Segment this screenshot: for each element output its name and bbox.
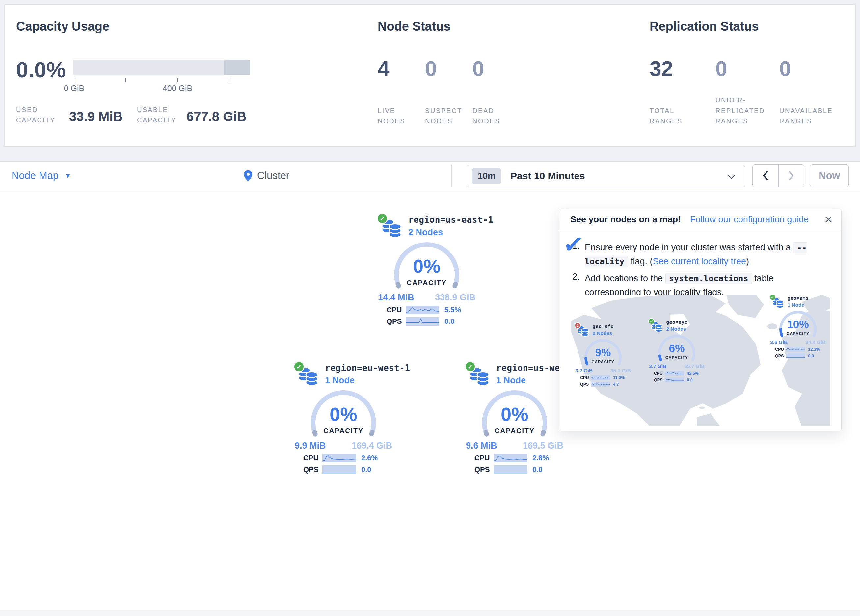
view-selector-dropdown[interactable]: Node Map ▾ <box>11 161 70 190</box>
capacity-gauge: 9% CAPACITY <box>584 339 623 367</box>
time-step-back-button[interactable] <box>753 165 778 187</box>
capacity-total: 35.1 GiB <box>610 368 631 374</box>
capacity-bar-reserved-segment <box>224 60 250 75</box>
warning-count-badge: 1 <box>574 323 581 329</box>
usable-capacity-label: USABLE CAPACITY <box>137 104 180 125</box>
capacity-usage-bar <box>74 60 250 75</box>
region-nodes-link[interactable]: 2 Nodes <box>408 227 443 238</box>
chevron-down-icon <box>728 175 735 179</box>
breadcrumb-label: Cluster <box>257 170 289 182</box>
qps-label: QPS <box>775 353 786 358</box>
cpu-sparkline <box>665 371 684 376</box>
qps-sparkline <box>665 378 684 382</box>
capacity-gauge: 10% CAPACITY <box>778 310 818 339</box>
region-card-us-west-1[interactable]: ✓ region=us-west-1 1 Node 0% CAPACITY 9.… <box>465 363 564 474</box>
geo-nodes-link: 1 Node <box>788 303 804 308</box>
setup-step-1: 1. Ensure every node in your cluster was… <box>572 241 829 268</box>
qps-value: 0.0 <box>527 465 555 474</box>
cpu-value: 42.5% <box>684 371 700 376</box>
axis-tick <box>229 78 229 82</box>
cpu-sparkline <box>786 347 805 352</box>
setup-steps: 1. Ensure every node in your cluster was… <box>572 241 829 303</box>
qps-label: QPS <box>386 317 406 326</box>
capacity-total: 34.4 GiB <box>805 340 826 345</box>
region-title: region=us-east-1 <box>408 215 493 225</box>
capacity-label: CAPACITY <box>657 356 697 361</box>
caret-down-icon: ▾ <box>66 171 70 180</box>
divider <box>451 165 452 187</box>
time-range-selector[interactable]: 10m Past 10 Minutes <box>466 165 745 187</box>
replication-status-title: Replication Status <box>650 19 759 34</box>
capacity-total: 169.5 GiB <box>523 440 563 451</box>
time-step-forward-button[interactable] <box>778 165 804 187</box>
time-step-control <box>752 164 804 187</box>
cpu-value: 5.5% <box>439 306 467 314</box>
capacity-label: CAPACITY <box>392 279 461 287</box>
healthy-check-icon: ✓ <box>293 361 304 372</box>
qps-sparkline <box>591 382 610 387</box>
node-status-title: Node Status <box>378 19 451 34</box>
stat-dead-nodes: 0 DEAD NODES <box>472 57 518 126</box>
capacity-percent: 0% <box>309 403 378 425</box>
region-card-us-east-1[interactable]: ✓ region=us-east-1 2 Nodes 0% CAPACITY 1… <box>377 215 476 326</box>
qps-label: QPS <box>303 465 322 474</box>
locality-tree-link[interactable]: See current locality tree <box>653 256 746 266</box>
capacity-total: 169.4 GiB <box>352 440 392 451</box>
region-nodes-link[interactable]: 1 Node <box>325 375 355 386</box>
stat-total-ranges: 32 TOTAL RANGES <box>650 57 709 126</box>
capacity-total: 338.9 GiB <box>435 293 476 303</box>
qps-label: QPS <box>474 465 494 474</box>
capacity-total: 65.7 GiB <box>684 364 705 370</box>
system-locations-code: system.locations <box>665 273 752 284</box>
cpu-sparkline <box>406 306 439 314</box>
axis-tick <box>177 78 178 82</box>
capacity-percent: 6% <box>657 342 697 355</box>
stat-under-replicated-ranges: 0 UNDER-REPLICATED RANGES <box>716 57 774 126</box>
capacity-label: CAPACITY <box>584 360 623 365</box>
cpu-label: CPU <box>474 454 494 462</box>
qps-value: 0.0 <box>439 317 467 326</box>
capacity-label: CAPACITY <box>778 332 818 336</box>
capacity-used: 9.9 MiB <box>295 440 326 451</box>
configuration-guide-link[interactable]: Follow our configuration guide <box>690 215 809 225</box>
geo-nodes-link: 2 Nodes <box>593 331 612 337</box>
capacity-used: 3.7 GiB <box>649 364 666 370</box>
map-node-geo-sfo[interactable]: 1 geo=sfo 2 Nodes 9% <box>575 323 631 387</box>
capacity-used: 9.6 MiB <box>466 440 497 451</box>
capacity-label: CAPACITY <box>309 427 378 435</box>
node-map-canvas: ✓ region=us-east-1 2 Nodes 0% CAPACITY 1… <box>0 190 860 610</box>
capacity-used: 3.2 GiB <box>575 368 593 374</box>
axis-tick <box>126 78 126 82</box>
node-map-setup-popup: See your nodes on a map! Follow our conf… <box>559 209 841 431</box>
map-node-geo-ams[interactable]: ✓ geo=ams 1 Node 10% <box>770 295 826 358</box>
capacity-percent: 0% <box>480 403 549 425</box>
now-button[interactable]: Now <box>810 164 849 187</box>
cpu-sparkline <box>322 454 356 462</box>
stat-unavailable-ranges: 0 UNAVAILABLE RANGES <box>779 57 857 126</box>
geo-title: geo=sfo <box>593 323 614 329</box>
footer-strip <box>0 610 860 616</box>
region-card-eu-west-1[interactable]: ✓ region=eu-west-1 1 Node 0% CAPACITY 9.… <box>294 363 393 474</box>
step-done-check-icon: ✓ <box>562 229 586 260</box>
capacity-used: 3.6 GiB <box>770 340 788 345</box>
capacity-label: CAPACITY <box>480 427 549 435</box>
qps-sparkline <box>786 353 805 358</box>
capacity-usage-percent: 0.0% <box>16 57 66 82</box>
cpu-value: 2.6% <box>356 454 384 462</box>
breadcrumb: Cluster <box>244 161 289 190</box>
close-icon[interactable]: ✕ <box>824 214 833 226</box>
qps-sparkline <box>322 465 356 474</box>
capacity-gauge: 0% CAPACITY <box>309 390 378 439</box>
toolbar: Node Map ▾ Cluster 10m Past 10 Minutes N… <box>0 161 860 190</box>
capacity-usage-title: Capacity Usage <box>16 19 109 34</box>
capacity-percent: 10% <box>778 318 818 331</box>
axis-tick-label: 400 GiB <box>151 83 204 93</box>
cpu-label: CPU <box>386 306 406 314</box>
geo-title: geo=ams <box>788 295 809 301</box>
axis-tick-label: 0 GiB <box>48 83 100 93</box>
cpu-value: 12.3% <box>805 347 821 352</box>
map-node-geo-nyc[interactable]: ✓ geo=nyc 2 Nodes 6% <box>649 319 705 382</box>
region-nodes-link[interactable]: 1 Node <box>496 375 526 386</box>
healthy-check-icon: ✓ <box>648 318 654 324</box>
cpu-label: CPU <box>654 371 665 376</box>
